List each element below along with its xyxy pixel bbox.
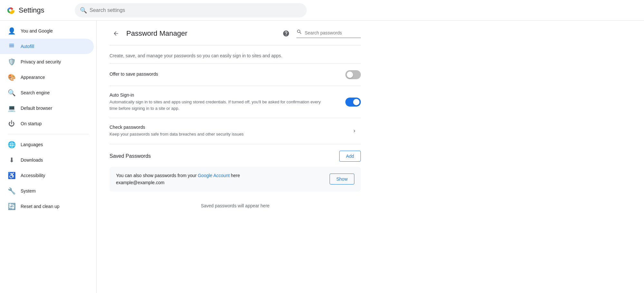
auto-signin-content: Auto Sign-in Automatically sign in to si… — [110, 92, 340, 111]
svg-rect-4 — [9, 46, 14, 47]
person-icon: 👤 — [8, 27, 15, 35]
offer-save-content: Offer to save passwords — [110, 71, 340, 78]
laptop-icon: 💻 — [8, 104, 15, 112]
auto-signin-desc: Automatically sign in to sites and apps … — [110, 99, 329, 111]
sidebar-item-you-and-google[interactable]: 👤 You and Google — [0, 23, 94, 39]
check-passwords-action — [348, 125, 361, 137]
topbar: Settings 🔍 — [0, 0, 644, 21]
auto-signin-toggle[interactable] — [345, 98, 361, 107]
search-icon: 🔍 — [80, 7, 87, 14]
sidebar: 👤 You and Google Autofill 🛡️ Privacy and… — [0, 21, 97, 293]
sidebar-item-default-browser[interactable]: 💻 Default browser — [0, 100, 94, 116]
pm-search-wrap[interactable] — [296, 29, 361, 38]
show-button[interactable]: Show — [330, 174, 354, 184]
sidebar-label-on-startup: On startup — [21, 121, 42, 126]
globe-icon: 🌐 — [8, 141, 15, 148]
google-account-text-before: You can also show passwords from your — [116, 173, 198, 178]
auto-signin-slider — [345, 98, 361, 107]
add-button[interactable]: Add — [339, 151, 361, 162]
sidebar-label-system: System — [21, 188, 36, 194]
palette-icon: 🎨 — [8, 73, 15, 81]
sidebar-item-system[interactable]: 🔧 System — [0, 183, 94, 199]
google-account-text: You can also show passwords from your Go… — [116, 172, 240, 186]
saved-passwords-title: Saved Passwords — [110, 153, 151, 159]
offer-save-action — [345, 70, 361, 79]
sidebar-label-reset-cleanup: Reset and clean up — [21, 204, 60, 209]
auto-signin-action — [345, 98, 361, 107]
sidebar-item-search-engine[interactable]: 🔍 Search engine — [0, 85, 94, 100]
pm-title: Password Manager — [126, 29, 276, 38]
sidebar-label-downloads: Downloads — [21, 157, 43, 163]
topbar-search[interactable]: 🔍 — [75, 3, 307, 17]
sidebar-label-accessibility: Accessibility — [21, 173, 45, 178]
check-passwords-title: Check passwords — [110, 125, 343, 130]
sidebar-label-privacy-security: Privacy and security — [21, 59, 61, 64]
search-sidebar-icon: 🔍 — [8, 89, 15, 97]
refresh-icon: 🔄 — [8, 203, 15, 210]
offer-save-row: Offer to save passwords — [110, 64, 361, 86]
pm-search-icon — [296, 29, 302, 36]
wrench-icon: 🔧 — [8, 187, 15, 195]
sidebar-label-you-and-google: You and Google — [21, 28, 53, 33]
google-account-row: You can also show passwords from your Go… — [110, 167, 361, 192]
svg-rect-2 — [9, 44, 14, 44]
sidebar-label-autofill: Autofill — [21, 44, 34, 49]
sidebar-item-autofill[interactable]: Autofill — [0, 39, 94, 54]
content-area: Password Manager Create, save, and manag… — [97, 21, 644, 293]
sidebar-item-languages[interactable]: 🌐 Languages — [0, 137, 94, 152]
offer-save-toggle[interactable] — [345, 70, 361, 79]
saved-passwords-header: Saved Passwords Add — [110, 144, 361, 167]
svg-point-1 — [9, 9, 12, 12]
password-manager-panel: Password Manager Create, save, and manag… — [97, 21, 374, 215]
help-button[interactable] — [280, 27, 293, 40]
download-icon: ⬇ — [8, 156, 15, 164]
check-passwords-row[interactable]: Check passwords Keep your passwords safe… — [110, 118, 361, 144]
sidebar-label-languages: Languages — [21, 142, 43, 147]
chrome-logo — [5, 5, 15, 15]
back-button[interactable] — [110, 27, 122, 40]
sidebar-label-search-engine: Search engine — [21, 90, 50, 95]
pm-header: Password Manager — [110, 21, 361, 45]
sidebar-item-privacy-security[interactable]: 🛡️ Privacy and security — [0, 54, 94, 70]
power-icon: ⏻ — [8, 120, 15, 128]
offer-save-title: Offer to save passwords — [110, 71, 340, 77]
check-passwords-content: Check passwords Keep your passwords safe… — [110, 125, 343, 137]
sidebar-item-accessibility[interactable]: ♿ Accessibility — [0, 168, 94, 183]
search-passwords-input[interactable] — [305, 30, 356, 35]
logo-area: Settings — [5, 5, 70, 15]
offer-save-slider — [345, 70, 361, 79]
auto-signin-title: Auto Sign-in — [110, 92, 340, 98]
shield-icon: 🛡️ — [8, 58, 15, 66]
list-icon — [8, 43, 15, 51]
auto-signin-row: Auto Sign-in Automatically sign in to si… — [110, 86, 361, 118]
sidebar-item-downloads[interactable]: ⬇ Downloads — [0, 152, 94, 168]
sidebar-divider — [8, 134, 89, 134]
svg-rect-3 — [9, 45, 14, 46]
google-account-link[interactable]: Google Account — [198, 173, 230, 178]
sidebar-item-on-startup[interactable]: ⏻ On startup — [0, 116, 94, 131]
sidebar-label-appearance: Appearance — [21, 75, 45, 80]
search-input[interactable] — [90, 7, 302, 13]
main-layout: 👤 You and Google Autofill 🛡️ Privacy and… — [0, 21, 644, 293]
sidebar-item-reset-cleanup[interactable]: 🔄 Reset and clean up — [0, 199, 94, 214]
sidebar-item-appearance[interactable]: 🎨 Appearance — [0, 70, 94, 85]
sidebar-label-default-browser: Default browser — [21, 106, 52, 111]
pm-description: Create, save, and manage your passwords … — [110, 45, 361, 64]
settings-title: Settings — [19, 6, 44, 14]
google-account-text-after: here — [230, 173, 240, 178]
check-passwords-chevron[interactable] — [348, 125, 361, 137]
google-account-email: example@example.com — [116, 180, 164, 185]
empty-state: Saved passwords will appear here — [110, 197, 361, 215]
check-passwords-desc: Keep your passwords safe from data breac… — [110, 131, 329, 137]
accessibility-icon: ♿ — [8, 172, 15, 179]
